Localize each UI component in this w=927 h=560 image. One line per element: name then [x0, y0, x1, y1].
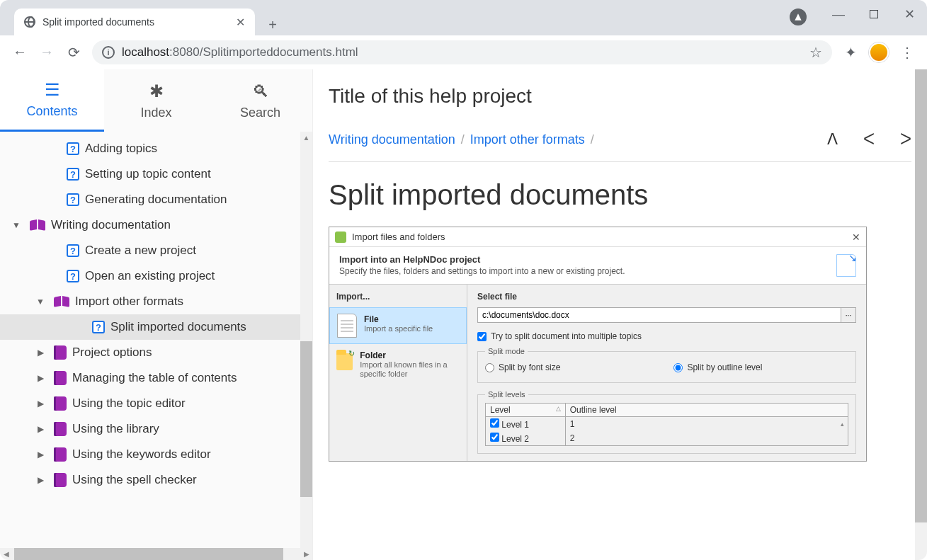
avatar[interactable] [869, 42, 889, 62]
sidebar: ☰Contents ✱Index 🔍︎Search ?Adding topics… [0, 69, 313, 560]
chevron-right-icon[interactable]: ▶ [34, 475, 47, 485]
browse-button[interactable]: ··· [841, 307, 856, 323]
try-split-label: Try to split document into multiple topi… [491, 331, 642, 341]
tree-item[interactable]: ?Generating documentation [0, 187, 312, 212]
scroll-up-icon[interactable]: ▲ [300, 132, 312, 144]
table-row[interactable]: Level 11 [486, 417, 848, 432]
book-icon [54, 345, 67, 360]
tree-item[interactable]: ?Setting up topic content [0, 161, 312, 187]
col-outline[interactable]: Outline level [565, 404, 848, 417]
col-level[interactable]: Level△ [486, 404, 566, 417]
svg-marker-0 [795, 13, 801, 20]
file-icon [337, 314, 357, 338]
profile-badge-icon[interactable] [790, 8, 807, 25]
page-title: Split imported documents [329, 162, 911, 227]
menu-button[interactable]: ⋮ [899, 44, 916, 61]
import-file-option[interactable]: FileImport a specific file [329, 307, 467, 344]
chevron-down-icon[interactable]: ▼ [10, 220, 23, 230]
info-icon[interactable]: i [102, 46, 115, 59]
dialog-subheading: Specify the files, folders and settings … [339, 266, 625, 276]
chevron-down-icon[interactable]: ▼ [34, 297, 47, 307]
scroll-up-icon[interactable]: ▴ [836, 418, 848, 430]
nav-up-icon[interactable]: ᐱ [827, 130, 838, 149]
file-path-input[interactable] [477, 307, 841, 323]
chevron-right-icon[interactable]: ▶ [34, 348, 47, 358]
url-box[interactable]: i localhost:8080/Splitimporteddocuments.… [92, 40, 832, 64]
sort-asc-icon: △ [556, 405, 561, 412]
page-scrollbar[interactable] [915, 69, 927, 560]
address-bar: ← → ⟳ i localhost:8080/Splitimporteddocu… [0, 35, 927, 69]
import-folder-option[interactable]: FolderImport all known files in a specif… [329, 344, 467, 384]
list-icon: ☰ [45, 80, 60, 100]
extensions-icon[interactable]: ✦ [842, 44, 859, 61]
nav-next-icon[interactable]: ᐳ [900, 130, 911, 149]
forward-button[interactable]: → [38, 44, 55, 60]
reload-button[interactable]: ⟳ [65, 44, 82, 61]
tree-item[interactable]: ▶Using the library [0, 416, 312, 442]
tree-item[interactable]: ▶Project options [0, 340, 312, 365]
levels-scrollbar[interactable]: ▴ [836, 418, 848, 445]
table-row[interactable]: Level 22 [486, 431, 848, 446]
tree-item[interactable]: ▼Writing documentation [0, 212, 312, 238]
chevron-right-icon[interactable]: ▶ [34, 424, 47, 434]
scroll-left-icon[interactable]: ◀ [0, 548, 12, 560]
scroll-thumb[interactable] [300, 341, 312, 497]
tab-contents[interactable]: ☰Contents [0, 69, 104, 132]
asterisk-icon: ✱ [149, 81, 164, 101]
tab-search[interactable]: 🔍︎Search [208, 69, 312, 132]
maximize-button[interactable] [856, 0, 892, 28]
breadcrumb-link[interactable]: Writing documentation [329, 132, 455, 147]
tree-item[interactable]: ▼Import other formats [0, 289, 312, 314]
book-open-icon [54, 296, 69, 307]
tree-item[interactable]: ?Adding topics [0, 136, 312, 161]
close-icon[interactable]: ✕ [852, 232, 860, 243]
levels-table: Level△ Outline level Level 11 Level 22 [485, 403, 848, 446]
chevron-right-icon[interactable]: ▶ [34, 450, 47, 459]
toc-tree: ?Adding topics ?Setting up topic content… [0, 132, 312, 497]
import-settings-panel: Select file ··· Try to split document in… [467, 285, 866, 461]
tree-item-selected[interactable]: ?Split imported documents [0, 314, 312, 340]
browser-tab[interactable]: Split imported documents ✕ [14, 8, 255, 35]
tree-item[interactable]: ▶Using the keywords editor [0, 442, 312, 467]
back-button[interactable]: ← [11, 44, 28, 60]
tree-item[interactable]: ▶Using the spell checker [0, 467, 312, 493]
close-tab-icon[interactable]: ✕ [236, 16, 245, 29]
tree-item[interactable]: ?Open an existing project [0, 263, 312, 289]
breadcrumb-link[interactable]: Import other formats [470, 132, 585, 147]
project-title: Title of this help project [329, 69, 911, 130]
help-topic-icon: ? [67, 193, 79, 206]
book-icon [54, 447, 67, 462]
main-content: Title of this help project Writing docum… [313, 69, 927, 560]
book-icon [54, 473, 67, 487]
tree-item[interactable]: ▶Managing the table of contents [0, 365, 312, 391]
tab-index[interactable]: ✱Index [104, 69, 208, 132]
new-tab-button[interactable]: + [262, 14, 283, 35]
help-topic-icon: ? [67, 244, 79, 257]
url-host: localhost [122, 45, 169, 59]
dialog-header: Import into an HelpNDoc project Specify … [329, 247, 866, 285]
tree-item[interactable]: ▶Using the topic editor [0, 391, 312, 416]
level-checkbox[interactable] [490, 418, 499, 428]
split-by-outline-radio[interactable]: Split by outline level [673, 362, 762, 372]
import-page-icon [836, 254, 856, 277]
chevron-right-icon[interactable]: ▶ [34, 399, 47, 408]
split-by-font-radio[interactable]: Split by font size [485, 362, 560, 372]
tab-title: Split imported documents [42, 16, 154, 28]
help-topic-icon: ? [67, 168, 79, 181]
scroll-right-icon[interactable]: ▶ [300, 548, 312, 560]
level-checkbox[interactable] [490, 433, 499, 442]
nav-prev-icon[interactable]: ᐸ [863, 130, 875, 149]
tree-vertical-scrollbar[interactable]: ▲ [300, 132, 312, 548]
scroll-thumb[interactable] [14, 548, 283, 560]
book-icon [54, 422, 67, 436]
scroll-thumb[interactable] [915, 69, 927, 522]
split-mode-fieldset: Split mode Split by font size Split by o… [477, 347, 856, 383]
bookmark-star-icon[interactable]: ☆ [809, 44, 822, 61]
tree-horizontal-scrollbar[interactable]: ◀ ▶ [0, 548, 312, 560]
url-path: /Splitimporteddocuments.html [200, 45, 358, 59]
try-split-checkbox[interactable] [477, 332, 487, 341]
minimize-button[interactable]: — [821, 0, 856, 28]
tree-item[interactable]: ?Create a new project [0, 238, 312, 263]
chevron-right-icon[interactable]: ▶ [34, 373, 47, 383]
close-window-button[interactable]: ✕ [892, 0, 927, 28]
